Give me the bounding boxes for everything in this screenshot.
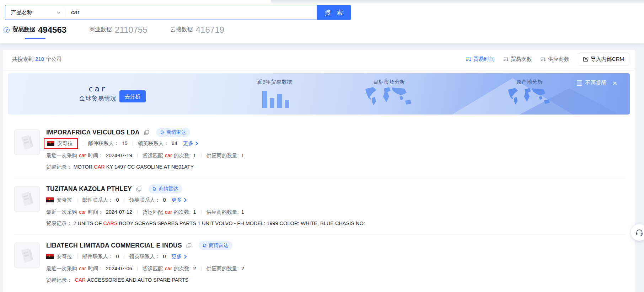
trade-record-label: 贸易记录： <box>46 220 72 227</box>
sort-controls: 贸易时间 贸易次数 供应商数 <box>466 53 629 65</box>
question-icon[interactable]: ? <box>4 27 10 33</box>
world-map-origin <box>505 87 554 107</box>
angola-flag-icon: ✶ <box>47 141 54 146</box>
world-map-target-markets <box>363 86 416 108</box>
placeholder-logo-icon <box>19 134 35 151</box>
search-button[interactable]: 搜 索 <box>317 5 351 20</box>
country-highlight-box[interactable]: ✶ 安哥拉 <box>44 138 78 149</box>
search-input[interactable] <box>65 5 317 20</box>
sort-trade-time[interactable]: 贸易时间 <box>466 56 495 63</box>
trade-record-keyword: CARS <box>103 221 117 226</box>
purchase-label: 最近一次采购 <box>46 265 77 272</box>
import-crm-label: 导入内部CRM <box>591 56 624 63</box>
results-panel: 共搜索到218个公司 贸易时间 贸易次数 <box>3 50 635 292</box>
top-shadow <box>271 0 644 4</box>
trade-record-label: 贸易记录： <box>46 164 72 170</box>
country-chip: ✶ 安哥拉 <box>46 197 72 203</box>
purchase-date: 2024-07-06 <box>106 266 132 271</box>
sort-label: 贸易时间 <box>473 56 495 63</box>
found-suffix: 个公司 <box>46 56 62 62</box>
company-name[interactable]: TUZITANA KAZOLA PTHLEY <box>46 185 132 193</box>
tab-label: 商业数据 <box>89 26 112 34</box>
dismiss-checkbox[interactable] <box>577 80 582 86</box>
email-contacts-label: 邮件联系人： <box>88 140 119 147</box>
trade-record-text: KY 1497 CC GASOLINE AT NE01ATY <box>106 164 194 170</box>
import-icon <box>583 57 588 62</box>
supplier-count: 2 <box>241 266 244 271</box>
tab-cloud-search-data[interactable]: 云搜数据 416719 <box>170 26 224 39</box>
headset-icon <box>635 228 644 237</box>
freight-label: 货运匹配 <box>143 152 163 159</box>
bar <box>262 91 267 108</box>
more-link[interactable]: 更多 <box>172 197 187 203</box>
copy-icon[interactable] <box>144 130 149 135</box>
angola-flag-icon: ✶ <box>46 197 54 202</box>
supplier-count: 1 <box>241 209 244 215</box>
tab-count: 416719 <box>196 26 224 34</box>
country-chip: ✶ 安哥拉 <box>46 253 72 260</box>
banner-dismiss-group: 不再提醒 × <box>577 79 617 87</box>
close-icon[interactable]: × <box>613 79 617 87</box>
badge-label: 商情雷达 <box>167 129 186 136</box>
supplier-label: 供应商的数量: <box>206 209 239 216</box>
supplier-label: 供应商的数量: <box>206 265 239 272</box>
more-link[interactable]: 更多 <box>183 140 198 147</box>
sort-label: 供应商数 <box>548 56 569 63</box>
tab-trade-data[interactable]: ? 贸易数据 494563 <box>4 26 66 39</box>
banner-col3-label: 原产地分析 <box>516 79 543 85</box>
purchase-date: 2024-07-19 <box>106 153 132 158</box>
sort-supplier-count[interactable]: 供应商数 <box>541 56 569 63</box>
bar <box>277 94 282 108</box>
analysis-banner: car 全球贸易情况 去分析 近3年贸易数据 目标市场分析 原产地分析 <box>8 73 630 115</box>
bar <box>285 100 289 108</box>
supplier-count: 1 <box>241 153 244 158</box>
linkedin-contacts-count: 0 <box>163 254 166 259</box>
company-logo-placeholder <box>14 243 40 268</box>
header-divider <box>3 69 635 69</box>
business-radar-badge[interactable]: 商情雷达 <box>149 184 182 193</box>
sort-icon <box>541 57 546 62</box>
search-category-select[interactable]: 产品名称 <box>5 5 65 20</box>
badge-label: 商情雷达 <box>159 186 178 192</box>
placeholder-logo-icon <box>19 247 35 264</box>
copy-icon[interactable] <box>186 243 192 248</box>
sort-trade-count[interactable]: 贸易次数 <box>503 56 532 63</box>
trade-record-keyword: CAR <box>75 277 86 283</box>
search-bar: 产品名称 搜 索 <box>5 5 351 20</box>
linkedin-contacts-label: 领英联系人： <box>129 253 160 260</box>
sort-label: 贸易次数 <box>511 56 532 63</box>
search-category-label: 产品名称 <box>11 9 57 16</box>
email-contacts-count: 0 <box>116 254 119 259</box>
found-prefix: 共搜索到 <box>12 56 33 62</box>
import-crm-button[interactable]: 导入内部CRM <box>578 53 629 65</box>
more-link[interactable]: 更多 <box>172 253 187 260</box>
purchase-label: 最近一次采购 <box>46 209 77 216</box>
purchase-date: 2024-07-12 <box>106 209 132 215</box>
business-radar-badge[interactable]: 商情雷达 <box>156 128 190 137</box>
radar-bell-icon <box>152 187 157 191</box>
chevron-right-icon <box>184 254 187 259</box>
trade-record-text: BODY SCRAPS SPARES PARTS 1 UNIT VOLVO - … <box>119 221 365 226</box>
copy-icon[interactable] <box>136 186 141 192</box>
active-tab-underline <box>25 38 45 39</box>
purchase-label: 最近一次采购 <box>46 152 77 159</box>
email-contacts-count: 15 <box>122 140 128 146</box>
dismiss-label: 不再提醒 <box>585 80 607 86</box>
trade-record-text: MOTOR <box>74 164 93 170</box>
results-header: 共搜索到218个公司 贸易时间 贸易次数 <box>3 50 635 64</box>
banner-keyword: car <box>74 85 122 93</box>
freight-count: 1 <box>193 209 196 215</box>
trade-record-label: 贸易记录： <box>46 277 72 283</box>
chevron-down-icon <box>57 11 61 14</box>
company-name[interactable]: IMPORAFRICA VEICULOS LDA <box>46 129 140 136</box>
tab-count: 494563 <box>38 26 66 34</box>
tab-business-data[interactable]: 商业数据 2110755 <box>89 26 147 39</box>
company-name[interactable]: LIBATECH LIMITADA COMMERCIAL E INDUS <box>46 242 182 249</box>
business-radar-badge[interactable]: 商情雷达 <box>199 241 232 250</box>
placeholder-logo-icon <box>19 190 35 207</box>
analyze-button[interactable]: 去分析 <box>119 90 146 102</box>
freight-label: 货运匹配 <box>143 265 163 272</box>
radar-bell-icon <box>160 130 165 135</box>
keyword-red: car <box>79 209 86 215</box>
tab-count: 2110755 <box>115 26 147 34</box>
